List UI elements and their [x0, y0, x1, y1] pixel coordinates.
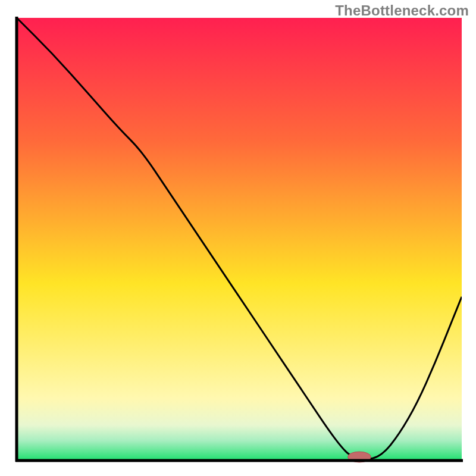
- plot-background: [17, 18, 462, 461]
- chart-container: TheBottleneck.com: [0, 0, 476, 476]
- bottleneck-chart: [0, 0, 476, 476]
